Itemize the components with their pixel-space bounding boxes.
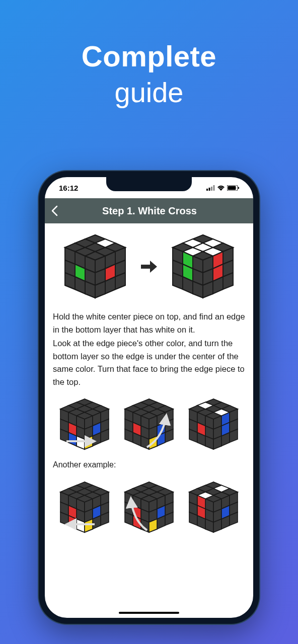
cube-step-1 — [54, 396, 115, 452]
status-time: 16:12 — [59, 184, 78, 192]
cube-step-2 — [119, 396, 179, 452]
svg-rect-5 — [228, 186, 236, 190]
guide-content[interactable]: Hold the white center piece on top, and … — [45, 223, 253, 551]
status-icons — [206, 185, 239, 191]
svg-rect-1 — [209, 188, 210, 191]
instruction-paragraph-2: Look at the edge piece's other color, an… — [53, 337, 245, 388]
phone-notch — [106, 177, 192, 191]
svg-rect-3 — [213, 185, 215, 191]
hero-title-light: guide — [0, 76, 298, 109]
nav-bar: Step 1. White Cross — [45, 198, 253, 223]
battery-icon — [227, 185, 239, 191]
cube-transition-row — [53, 232, 245, 300]
svg-rect-6 — [238, 187, 239, 189]
svg-rect-0 — [206, 189, 208, 191]
signal-icon — [206, 185, 215, 191]
cube-step-4 — [54, 479, 115, 535]
page-title: Step 1. White Cross — [64, 205, 235, 217]
instruction-paragraph-1: Hold the white center piece on top, and … — [53, 310, 245, 336]
arrow-right-icon — [140, 260, 158, 274]
cube-sequence-row-2 — [53, 479, 245, 535]
hero-title-bold: Complete — [0, 39, 298, 73]
home-indicator[interactable] — [119, 612, 179, 614]
sub-heading: Another example: — [53, 459, 245, 471]
cube-after — [165, 232, 241, 300]
phone-screen: 16:12 Step 1. White Cross — [45, 177, 253, 618]
cube-before — [57, 232, 133, 300]
svg-rect-2 — [211, 187, 212, 191]
cube-sequence-row-1 — [53, 396, 245, 452]
phone-mockup: 16:12 Step 1. White Cross — [39, 171, 259, 624]
cube-step-5 — [119, 479, 179, 535]
cube-step-6 — [183, 479, 244, 535]
wifi-icon — [217, 185, 225, 191]
cube-step-3 — [183, 396, 244, 452]
marketing-hero: Complete guide — [0, 0, 298, 109]
back-button[interactable] — [51, 205, 58, 216]
chevron-left-icon — [51, 205, 58, 216]
